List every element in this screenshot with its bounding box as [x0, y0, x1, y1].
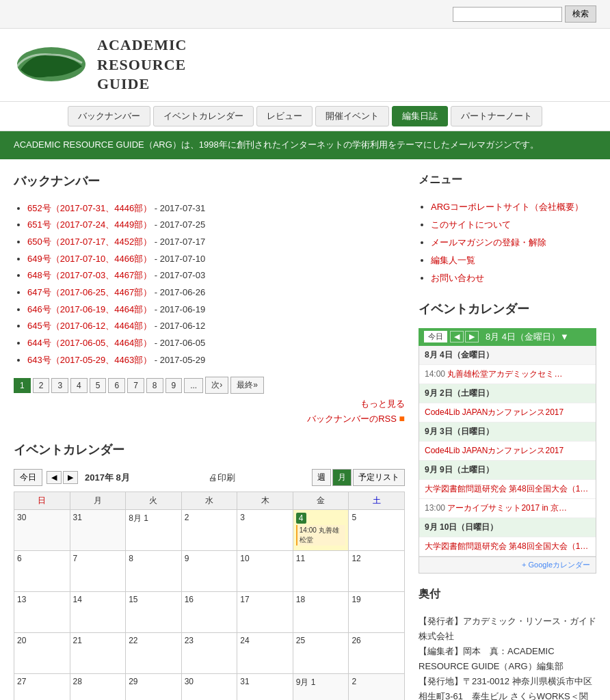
calendar-cell[interactable]: 21 — [70, 633, 126, 674]
page-btn-next[interactable]: 次› — [205, 377, 228, 394]
backnumber-link[interactable]: 647号（2017-06-25、4467部） — [27, 287, 152, 297]
menu-link-register[interactable]: メールマガジンの登録・解除 — [431, 237, 546, 247]
calendar-cell[interactable]: 22 — [126, 633, 182, 674]
event-link[interactable]: 丸善雄松堂アカデミックセミ… — [447, 369, 562, 379]
backnumber-link[interactable]: 643号（2017-05-29、4463部） — [27, 355, 152, 365]
event-item[interactable]: 大学図書館問題研究会 第48回全国大会（1… — [419, 480, 596, 499]
nav-item-event-calendar[interactable]: イベントカレンダー — [153, 106, 254, 126]
google-cal-btn[interactable]: + Googleカレンダー — [522, 561, 590, 569]
page-btn-5[interactable]: 5 — [90, 378, 107, 393]
menu-link-corporate[interactable]: ARGコーポレートサイト（会社概要） — [431, 202, 583, 212]
page-btn-8[interactable]: 8 — [146, 378, 163, 393]
calendar-cell[interactable]: 9 — [181, 551, 237, 592]
menu-link-editors[interactable]: 編集人一覧 — [431, 255, 475, 265]
calendar-cell[interactable]: 5 — [349, 510, 405, 551]
cal-today-btn[interactable]: 今日 — [14, 469, 42, 486]
search-input[interactable] — [453, 7, 562, 22]
event-item[interactable]: 13:00 アーカイブサミット2017 in 京… — [419, 499, 596, 518]
page-btn-1[interactable]: 1 — [14, 378, 31, 393]
cal-prev-btn[interactable]: ◀ — [47, 471, 62, 484]
calendar-cell[interactable]: 18 — [293, 592, 349, 633]
calendar-cell[interactable]: 28 — [70, 674, 126, 700]
calendar-cell[interactable]: 8月 1 — [126, 510, 182, 551]
nav-item-diary[interactable]: 編集日誌 — [392, 106, 448, 126]
page-btn-3[interactable]: 3 — [51, 378, 68, 393]
calendar-cell[interactable]: 14 — [70, 592, 126, 633]
search-button[interactable]: 検索 — [565, 5, 596, 23]
cal-view-list[interactable]: 予定リスト — [353, 469, 405, 486]
calendar-cell[interactable]: 9月 1 — [293, 674, 349, 700]
nav-item-events[interactable]: 開催イベント — [315, 106, 389, 126]
calendar-cell[interactable]: 31 — [70, 510, 126, 551]
calendar-cell[interactable]: 30 — [14, 510, 70, 551]
calendar-event[interactable]: 14:00 丸善雄松堂 — [296, 525, 346, 546]
calendar-cell[interactable]: 10 — [237, 551, 293, 592]
backnumber-link[interactable]: 644号（2017-06-05、4464部） — [27, 338, 152, 348]
more-link[interactable]: もっと見る — [14, 398, 405, 410]
calendar-cell[interactable]: 26 — [349, 633, 405, 674]
calendar-cell[interactable]: 29 — [126, 674, 182, 700]
backnumber-link[interactable]: 648号（2017-07-03、4467部） — [27, 270, 152, 280]
backnumber-link[interactable]: 646号（2017-06-19、4464部） — [27, 304, 152, 314]
event-item[interactable]: 14:00 丸善雄松堂アカデミックセミ… — [419, 365, 596, 384]
calendar-cell[interactable]: 6 — [14, 551, 70, 592]
page-btn-ellipsis: ... — [184, 378, 203, 393]
cal-view-month[interactable]: 月 — [332, 469, 352, 486]
day-number: 27 — [17, 677, 26, 686]
calendar-cell[interactable]: 2 — [181, 510, 237, 551]
event-item[interactable]: Code4Lib JAPANカンファレンス2017 — [419, 442, 596, 461]
page-btn-last[interactable]: 最終» — [230, 377, 264, 394]
calendar-cell[interactable]: 17 — [237, 592, 293, 633]
page-btn-7[interactable]: 7 — [127, 378, 144, 393]
menu-link-about[interactable]: このサイトについて — [431, 219, 511, 230]
print-icon[interactable]: 🖨印刷 — [209, 472, 235, 484]
event-link[interactable]: アーカイブサミット2017 in 京… — [447, 503, 567, 513]
event-link[interactable]: Code4Lib JAPANカンファレンス2017 — [425, 446, 563, 455]
calendar-cell[interactable]: 23 — [181, 633, 237, 674]
mini-cal-next[interactable]: ▶ — [465, 331, 479, 342]
calendar-cell[interactable]: 19 — [349, 592, 405, 633]
nav-item-review[interactable]: レビュー — [256, 106, 313, 126]
calendar-cell[interactable]: 24 — [237, 633, 293, 674]
nav-item-partner[interactable]: パートナーノート — [451, 106, 542, 126]
calendar-cell[interactable]: 13 — [14, 592, 70, 633]
menu-link-contact[interactable]: お問い合わせ — [431, 273, 484, 283]
event-item[interactable]: 大学図書館問題研究会 第48回全国大会（1… — [419, 537, 596, 556]
backnumber-link[interactable]: 649号（2017-07-10、4466部） — [27, 254, 152, 264]
rss-link[interactable]: バックナンバーのRSS ■ — [14, 413, 405, 425]
calendar-cell[interactable]: 31 — [237, 674, 293, 700]
calendar-cell[interactable]: 2 — [349, 674, 405, 700]
cal-view-week[interactable]: 週 — [312, 469, 331, 486]
rss-icon: ■ — [399, 413, 405, 424]
calendar-cell[interactable]: 15 — [126, 592, 182, 633]
page-btn-6[interactable]: 6 — [108, 378, 125, 393]
event-link[interactable]: Code4Lib JAPANカンファレンス2017 — [425, 407, 563, 417]
calendar-cell[interactable]: 25 — [293, 633, 349, 674]
backnumber-link[interactable]: 651号（2017-07-24、4449部） — [27, 219, 152, 230]
mini-cal-prev[interactable]: ◀ — [450, 331, 464, 342]
nav-item-backnumber[interactable]: バックナンバー — [68, 106, 150, 126]
calendar-cell[interactable]: 414:00 丸善雄松堂 — [293, 510, 349, 551]
calendar-cell[interactable]: 7 — [70, 551, 126, 592]
event-item[interactable]: Code4Lib JAPANカンファレンス2017 — [419, 403, 596, 422]
mini-cal-today-btn[interactable]: 今日 — [424, 331, 447, 342]
calendar-cell[interactable]: 20 — [14, 633, 70, 674]
calendar-cell[interactable]: 27 — [14, 674, 70, 700]
nav-bar: バックナンバー イベントカレンダー レビュー 開催イベント 編集日誌 パートナー… — [0, 101, 610, 131]
page-btn-2[interactable]: 2 — [33, 378, 50, 393]
page-btn-9[interactable]: 9 — [165, 378, 183, 393]
calendar-cell[interactable]: 3 — [237, 510, 293, 551]
day-number: 30 — [185, 677, 194, 686]
cal-next-btn[interactable]: ▶ — [63, 471, 78, 484]
page-btn-4[interactable]: 4 — [70, 378, 88, 393]
backnumber-link[interactable]: 652号（2017-07-31、4446部） — [27, 203, 152, 213]
calendar-cell[interactable]: 30 — [181, 674, 237, 700]
event-link[interactable]: 大学図書館問題研究会 第48回全国大会（1… — [425, 484, 588, 494]
event-link[interactable]: 大学図書館問題研究会 第48回全国大会（1… — [425, 541, 588, 551]
calendar-cell[interactable]: 12 — [349, 551, 405, 592]
calendar-cell[interactable]: 16 — [181, 592, 237, 633]
calendar-cell[interactable]: 11 — [293, 551, 349, 592]
backnumber-link[interactable]: 645号（2017-06-12、4464部） — [27, 321, 152, 331]
backnumber-link[interactable]: 650号（2017-07-17、4452部） — [27, 237, 152, 247]
calendar-cell[interactable]: 8 — [126, 551, 182, 592]
